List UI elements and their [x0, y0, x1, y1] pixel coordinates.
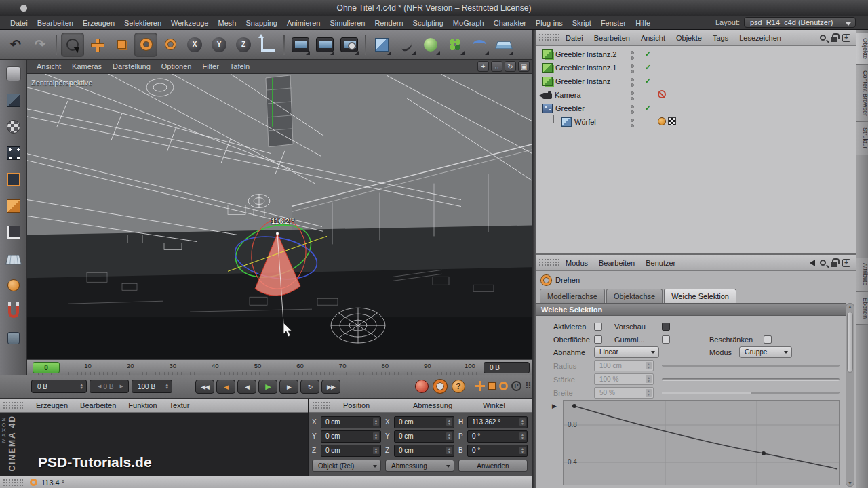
falloff-graph[interactable]: 0.80.4 [563, 400, 840, 485]
add-generator-button[interactable] [419, 33, 442, 57]
search-icon[interactable] [820, 260, 826, 266]
scrollbar-thumb[interactable] [847, 312, 853, 373]
radius-field[interactable]: 100 cm▲▼ [594, 360, 654, 371]
coordinate-input[interactable]: 0 °▲▼ [467, 445, 528, 457]
panel-tab-ebenen[interactable]: Ebenen [856, 292, 868, 325]
make-editable-button[interactable] [3, 64, 24, 84]
search-icon[interactable] [820, 35, 826, 41]
range-left-icon[interactable]: ◀ [96, 384, 103, 389]
lock-icon[interactable] [831, 262, 837, 267]
curve-point[interactable] [572, 404, 576, 408]
render-visibility-dot[interactable] [631, 83, 634, 87]
record-rotation-toggle[interactable] [499, 382, 508, 390]
stepper-arrows[interactable]: ▲▼ [373, 432, 379, 440]
record-parameter-toggle[interactable]: P [511, 381, 521, 391]
object-row-greebler-instanz-1[interactable]: Greebler Instanz.1✓ [536, 61, 856, 75]
add-panel-icon[interactable]: + [842, 259, 850, 267]
polygons-mode-button[interactable] [3, 196, 24, 216]
render-region-button[interactable] [313, 33, 336, 57]
section-header[interactable]: Weiche Selektion [536, 303, 846, 316]
last-tool-button[interactable] [159, 33, 182, 57]
enable-snap-button[interactable] [3, 302, 24, 322]
menu-skript[interactable]: Skript [568, 16, 596, 30]
stepper-arrows[interactable]: ▲▼ [373, 418, 379, 426]
tab-weiche-selektion[interactable]: Weiche Selektion [664, 289, 736, 303]
panel-grip[interactable] [538, 33, 559, 42]
stepper-arrows[interactable]: ▲▼ [519, 447, 526, 454]
camera-disabled-icon[interactable] [658, 90, 666, 98]
stepper-arrows[interactable]: ▲▼ [446, 432, 452, 440]
curve-point[interactable] [762, 451, 766, 455]
apply-button[interactable]: Anwenden [458, 460, 528, 472]
coordinate-input[interactable]: 0 cm▲▼ [321, 445, 381, 457]
beschraenken-checkbox[interactable] [764, 336, 772, 344]
record-keyframe-button[interactable] [415, 380, 429, 393]
current-frame-field[interactable]: 0 B ▲▼ [31, 380, 87, 393]
gummi-checkbox[interactable] [662, 336, 670, 344]
coordinate-input[interactable]: 0 cm▲▼ [394, 416, 454, 428]
object-menu-datei[interactable]: Datei [560, 30, 589, 46]
render-settings-button[interactable] [338, 33, 361, 57]
add-mograph-button[interactable] [443, 33, 467, 57]
stepper-down-icon[interactable]: ▼ [521, 422, 524, 426]
panel-tab-objekte[interactable]: Objekte [856, 33, 868, 65]
attribute-menu-modus[interactable]: Modus [560, 255, 593, 271]
viewport-canvas[interactable]: 116.2 ° [27, 73, 532, 359]
goto-start-button[interactable]: ◀◀ [195, 380, 214, 394]
object-menu-ansicht[interactable]: Ansicht [635, 30, 671, 46]
timeline-current-field[interactable]: 0 B [484, 362, 530, 373]
breite-slider[interactable] [662, 392, 840, 394]
previous-frame-button[interactable]: ◀ [237, 380, 256, 394]
scrollbar[interactable]: ▲ ▼ [846, 303, 854, 487]
object-menu-bearbeiten[interactable]: Bearbeiten [589, 30, 635, 46]
render-view-button[interactable] [289, 33, 312, 57]
texture-axis-mode-button[interactable] [3, 275, 24, 296]
timeline-playhead[interactable]: 0 [33, 362, 60, 373]
material-menu-textur[interactable]: Textur [163, 399, 196, 413]
panel-tab-attribute[interactable]: Attribute [856, 258, 868, 292]
coordinate-input[interactable]: 113.362 °▲▼ [467, 416, 528, 428]
menu-bearbeiten[interactable]: Bearbeiten [33, 16, 78, 30]
enabled-check-icon[interactable]: ✓ [645, 63, 651, 72]
stepper-down-icon[interactable]: ▼ [374, 451, 378, 454]
falloff-curve[interactable] [574, 406, 837, 469]
undo-button[interactable]: ↶ [4, 33, 27, 57]
breite-field[interactable]: 50 %▲▼ [594, 387, 654, 399]
add-spline-button[interactable] [395, 33, 418, 57]
modus-dropdown[interactable]: Gruppe [739, 346, 792, 358]
coordinate-input[interactable]: 0 cm▲▼ [321, 416, 381, 428]
scroll-down-icon[interactable]: ▼ [848, 481, 852, 485]
x-axis-lock-button[interactable]: X [183, 33, 206, 57]
stepper-arrows[interactable]: ▲▼ [519, 432, 526, 440]
scroll-up-icon[interactable]: ▲ [848, 304, 852, 309]
panel-tab-struktur[interactable]: Struktur [856, 122, 868, 155]
enabled-check-icon[interactable]: ✓ [645, 77, 651, 85]
stepper-arrows[interactable]: ▲▼ [446, 447, 452, 454]
coordinate-input[interactable]: 0 °▲▼ [467, 430, 528, 443]
stepper-down-icon[interactable]: ▼ [521, 451, 524, 454]
render-visibility-dot[interactable] [631, 110, 634, 114]
record-pla-toggle[interactable]: ⠿ [525, 381, 532, 391]
rotate-view-button[interactable]: ↻ [505, 61, 516, 72]
object-menu-tags[interactable]: Tags [707, 30, 734, 46]
move-tool-button[interactable] [85, 33, 108, 57]
layout-select[interactable]: psd_R14_c4d (Benutzer) [744, 17, 856, 28]
enabled-check-icon[interactable]: ✓ [645, 49, 651, 58]
stepper-arrows[interactable]: ▲▼ [373, 447, 379, 454]
viewport-menu-ansicht[interactable]: Ansicht [31, 60, 66, 73]
staerke-field[interactable]: 100 %▲▼ [594, 373, 654, 385]
apple-menu-icon[interactable] [20, 5, 27, 12]
lock-icon[interactable] [831, 37, 837, 42]
workplane-mode-button[interactable] [3, 249, 24, 269]
attribute-menu-bearbeiten[interactable]: Bearbeiten [593, 255, 640, 271]
coordinate-mode-dropdown[interactable]: Objekt (Rel) [312, 460, 381, 472]
goto-end-button[interactable]: ▶▶ [321, 380, 340, 394]
points-mode-button[interactable] [3, 143, 24, 163]
stepper-down-icon[interactable]: ▼ [448, 422, 451, 426]
viewport-menu-kameras[interactable]: Kameras [66, 60, 107, 73]
play-button[interactable]: ▶ [258, 380, 277, 394]
menu-fenster[interactable]: Fenster [596, 16, 631, 30]
live-selection-button[interactable] [61, 33, 84, 57]
tab-objektachse[interactable]: Objektachse [606, 289, 663, 303]
object-menu-lesezeichen[interactable]: Lesezeichen [734, 30, 787, 46]
